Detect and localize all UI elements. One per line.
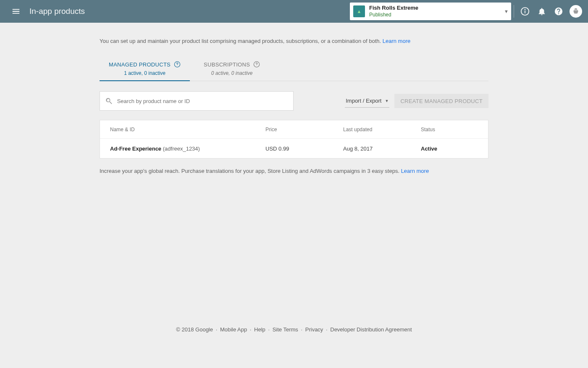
info-button[interactable]	[517, 3, 533, 20]
translations-note: Increase your app's global reach. Purcha…	[100, 168, 488, 174]
cell-updated: Aug 8, 2017	[343, 146, 421, 152]
footer: © 2018 Google · Mobile App · Help · Site…	[0, 326, 588, 333]
footer-link[interactable]: Site Terms	[273, 326, 298, 333]
info-icon	[520, 7, 530, 16]
android-icon	[572, 8, 579, 15]
chevron-down-icon: ▼	[385, 99, 388, 103]
create-managed-product-button[interactable]: CREATE MANAGED PRODUCT	[394, 94, 488, 108]
app-header: In-app products Fish Rolls Extreme Publi…	[0, 0, 588, 23]
tab-managed-products[interactable]: MANAGED PRODUCTS 1 active, 0 inactive	[100, 56, 190, 81]
footer-link[interactable]: Help	[254, 326, 265, 333]
footer-link[interactable]: Developer Distribution Agreement	[330, 326, 412, 333]
table-header: Name & ID Price Last updated Status	[100, 120, 488, 139]
help-outline-icon	[253, 61, 260, 68]
tab-subscriptions[interactable]: SUBSCRIPTIONS 0 active, 0 inactive	[190, 56, 274, 81]
user-avatar[interactable]	[570, 5, 582, 18]
tab-subtext: 1 active, 0 inactive	[109, 70, 181, 76]
hamburger-icon	[11, 7, 21, 16]
col-name: Name & ID	[110, 127, 265, 132]
products-table: Name & ID Price Last updated Status Ad-F…	[100, 120, 488, 159]
footer-copyright: © 2018 Google	[176, 326, 213, 333]
search-input[interactable]	[117, 98, 288, 104]
app-selector[interactable]: Fish Rolls Extreme Published ▼	[350, 3, 511, 20]
footer-link[interactable]: Privacy	[305, 326, 323, 333]
cell-status: Active	[421, 146, 478, 152]
tab-label: SUBSCRIPTIONS	[204, 61, 250, 68]
tab-label: MANAGED PRODUCTS	[109, 61, 171, 68]
app-icon	[353, 5, 365, 17]
main-content: You can set up and maintain your product…	[100, 23, 488, 174]
col-price: Price	[265, 127, 343, 132]
cell-name: Ad-Free Experience (adfreex_1234)	[110, 146, 265, 152]
menu-button[interactable]	[8, 4, 24, 19]
help-icon	[554, 7, 563, 16]
svg-point-6	[257, 66, 257, 66]
app-status: Published	[369, 12, 501, 18]
col-status: Status	[421, 127, 478, 132]
chevron-down-icon: ▼	[504, 9, 509, 14]
translations-learn-more-link[interactable]: Learn more	[401, 168, 429, 174]
toolbar: Import / Export ▼ CREATE MANAGED PRODUCT	[100, 91, 488, 111]
tabs: MANAGED PRODUCTS 1 active, 0 inactive SU…	[100, 56, 488, 81]
divider	[514, 5, 514, 18]
translations-body: Increase your app's global reach. Purcha…	[100, 168, 401, 174]
table-row[interactable]: Ad-Free Experience (adfreex_1234) USD 0.…	[100, 139, 488, 158]
search-box[interactable]	[100, 91, 294, 111]
import-export-label: Import / Export	[346, 98, 381, 104]
notifications-button[interactable]	[533, 3, 550, 20]
intro-body: You can set up and maintain your product…	[100, 38, 383, 44]
bell-icon	[537, 7, 546, 16]
col-updated: Last updated	[343, 127, 421, 132]
footer-link[interactable]: Mobile App	[220, 326, 247, 333]
tab-subtext: 0 active, 0 inactive	[199, 70, 265, 76]
product-name: Ad-Free Experience	[110, 146, 161, 152]
page-title: In-app products	[29, 7, 85, 16]
tab-help-button[interactable]	[253, 61, 260, 68]
help-button[interactable]	[550, 3, 567, 20]
app-name: Fish Rolls Extreme	[369, 5, 501, 11]
tab-help-button[interactable]	[174, 61, 181, 68]
svg-point-4	[177, 66, 178, 66]
intro-learn-more-link[interactable]: Learn more	[383, 38, 410, 44]
search-icon	[105, 97, 113, 105]
import-export-dropdown[interactable]: Import / Export ▼	[345, 94, 389, 108]
help-outline-icon	[174, 61, 181, 68]
cell-price: USD 0.99	[265, 146, 343, 152]
svg-point-2	[525, 9, 525, 10]
product-id: (adfreex_1234)	[163, 146, 200, 152]
intro-text: You can set up and maintain your product…	[100, 38, 488, 44]
